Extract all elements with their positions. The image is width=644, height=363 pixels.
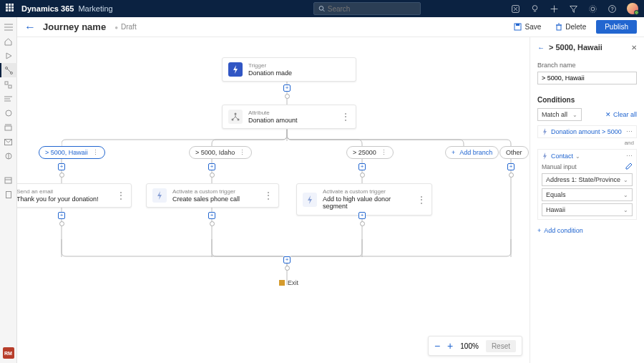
zoom-in-button[interactable]: +	[447, 340, 453, 352]
node-more[interactable]: ⋮	[406, 195, 426, 205]
add-node[interactable]: +	[208, 212, 215, 219]
attribute-more[interactable]: ⋮	[330, 112, 350, 122]
properties-panel: ← > 5000, Hawaii ✕ Branch name Condition…	[530, 37, 644, 363]
action-label: Thank you for your donation!	[17, 195, 99, 203]
connector-dot	[210, 173, 215, 178]
add-node[interactable]: +	[208, 163, 215, 170]
help-icon[interactable]: ?	[608, 4, 617, 14]
action-overline: Send an email	[17, 188, 99, 195]
branch-name-input[interactable]	[537, 72, 637, 84]
add-node[interactable]: +	[507, 163, 514, 170]
trigger-overline: Trigger	[248, 62, 292, 69]
save-button[interactable]: Save	[509, 21, 545, 33]
nav-email[interactable]	[0, 135, 17, 149]
group-more[interactable]: ⋯	[626, 153, 633, 160]
trigger-node[interactable]: Trigger Donation made	[222, 57, 356, 82]
flag-icon	[279, 280, 285, 286]
entity-link[interactable]: Contact	[551, 153, 573, 160]
clear-icon: ✕	[605, 111, 611, 118]
add-node[interactable]: +	[283, 256, 291, 263]
user-avatar[interactable]	[627, 3, 638, 14]
field-select[interactable]: Address 1: State/Province⌄	[542, 173, 633, 186]
connector-dot	[360, 221, 365, 226]
zoom-out-button[interactable]: −	[434, 340, 440, 352]
nav-item-11[interactable]	[0, 188, 17, 202]
edit-icon[interactable]	[625, 163, 633, 171]
panel-back[interactable]: ←	[537, 44, 545, 52]
delete-button[interactable]: Delete	[551, 21, 590, 33]
operator-select[interactable]: Equals⌄	[542, 188, 633, 201]
publish-button[interactable]: Publish	[596, 20, 637, 34]
branch-icon	[228, 110, 243, 124]
branch-more[interactable]: ⋮	[92, 149, 99, 156]
connector-dot	[509, 173, 514, 178]
add-after-trigger[interactable]: +	[283, 84, 291, 92]
profile-badge[interactable]: RM	[3, 347, 14, 359]
nav-journeys[interactable]	[0, 63, 17, 77]
svg-point-8	[590, 5, 597, 12]
connector-dot	[59, 221, 64, 226]
nav-item-7[interactable]	[0, 120, 17, 135]
global-search[interactable]	[313, 2, 421, 15]
filter-icon[interactable]	[569, 4, 578, 14]
clear-all-label: Clear all	[613, 111, 637, 118]
zoom-reset-button[interactable]: Reset	[486, 340, 516, 352]
add-node[interactable]: +	[58, 212, 65, 219]
add-branch-button[interactable]: + Add branch	[445, 146, 499, 159]
value-select[interactable]: Hawaii⌄	[542, 203, 633, 216]
app-launcher-icon[interactable]	[6, 4, 16, 14]
action-node-trigger-2[interactable]: Activate a custom trigger Add to high va…	[296, 183, 432, 216]
assist-icon[interactable]	[511, 4, 520, 14]
journey-canvas[interactable]: Trigger Donation made + Attribute Donati…	[17, 37, 530, 363]
condition-row[interactable]: Donation amount > 5000 ⋯	[537, 125, 637, 138]
plus-icon: +	[537, 227, 541, 234]
command-bar: ← Journey name Draft Save Delete Publish	[17, 17, 644, 37]
plus-icon[interactable]	[550, 4, 559, 14]
chevron-down-icon: ⌄	[623, 192, 628, 198]
attribute-label: Donation amount	[248, 117, 298, 125]
add-node[interactable]: +	[358, 212, 366, 219]
svg-point-34	[235, 113, 237, 115]
node-more[interactable]: ⋮	[253, 190, 273, 200]
action-node-email[interactable]: Send an email Thank you for your donatio…	[17, 183, 132, 208]
connector-dot	[285, 266, 290, 271]
add-node[interactable]: +	[58, 163, 65, 170]
trigger-icon	[303, 193, 317, 207]
nav-item-10[interactable]	[0, 173, 17, 188]
nav-home[interactable]	[0, 34, 17, 49]
branch-pill-3[interactable]: > 25000 ⋮	[346, 146, 394, 159]
chevron-down-icon: ⌄	[575, 153, 580, 160]
nav-segments[interactable]	[0, 77, 17, 92]
add-node[interactable]: +	[358, 163, 366, 170]
lightbulb-icon[interactable]	[530, 4, 540, 14]
other-label: Other	[506, 149, 522, 156]
svg-point-35	[232, 119, 234, 121]
gear-icon[interactable]	[588, 4, 597, 14]
nav-play[interactable]	[0, 49, 17, 63]
condition-more[interactable]: ⋯	[626, 128, 633, 135]
branch-pill-2[interactable]: > 5000, Idaho ⋮	[189, 146, 252, 159]
lightning-icon	[542, 153, 548, 160]
match-select[interactable]: Match all⌄	[537, 108, 582, 121]
branch-pill-1[interactable]: > 5000, Hawaii ⋮	[39, 146, 105, 159]
nav-item-6[interactable]	[0, 106, 17, 120]
attribute-node[interactable]: Attribute Donation amount ⋮	[222, 105, 356, 129]
branch-more[interactable]: ⋮	[239, 149, 245, 156]
nav-todo[interactable]	[0, 92, 17, 106]
branch-more[interactable]: ⋮	[381, 149, 387, 156]
svg-point-7	[591, 7, 595, 11]
action-node-trigger-1[interactable]: Activate a custom trigger Create sales p…	[146, 183, 279, 208]
condition-text: Donation amount > 5000	[551, 128, 622, 135]
search-input[interactable]	[328, 5, 416, 13]
node-more[interactable]: ⋮	[105, 190, 125, 200]
field-value: Address 1: State/Province	[546, 176, 620, 183]
connector-dot	[210, 221, 215, 226]
add-condition-label: Add condition	[544, 227, 583, 234]
clear-all-button[interactable]: ✕ Clear all	[605, 111, 637, 118]
nav-item-9[interactable]	[0, 149, 17, 163]
back-button[interactable]: ←	[24, 21, 36, 34]
add-condition-button[interactable]: + Add condition	[537, 227, 637, 234]
panel-close[interactable]: ✕	[631, 44, 637, 52]
branch-other[interactable]: Other	[499, 146, 529, 159]
nav-menu[interactable]	[0, 20, 17, 34]
